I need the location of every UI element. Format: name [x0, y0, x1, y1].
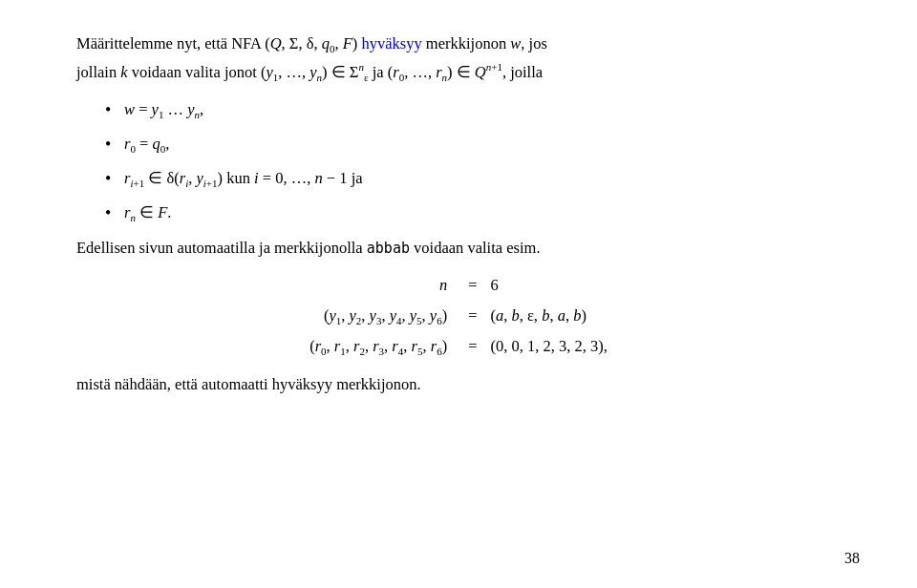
bullet-list: w = y1 … yn, r0 = q0, ri+1 ∈ δ(ri, yi+1)…: [105, 97, 841, 227]
y-eq-cell: =: [458, 301, 486, 331]
page-number: 38: [844, 550, 860, 567]
y-label-cell: (y1, y2, y3, y4, y5, y6): [309, 301, 458, 331]
r-row: (r0, r1, r2, r3, r4, r5, r6) = (0, 0, 1,…: [309, 331, 608, 362]
r-eq-cell: =: [458, 331, 486, 362]
bullet-1: w = y1 … yn,: [105, 97, 841, 124]
bullet-3: ri+1 ∈ δ(ri, yi+1) kun i = 0, …, n − 1 j…: [105, 166, 841, 193]
y-val-cell: (a, b, ε, b, a, b): [486, 301, 607, 331]
mista-text: mistä nähdään, että automaatti hyväksyy …: [76, 371, 841, 397]
r-label-cell: (r0, r1, r2, r3, r4, r5, r6): [309, 331, 458, 362]
r-val-cell: (0, 0, 1, 2, 3, 2, 3),: [486, 331, 607, 362]
n-eq-cell: =: [458, 270, 486, 300]
bullet-4: rn ∈ F.: [105, 200, 841, 227]
equation-table: n = 6 (y1, y2, y3, y4, y5, y6) = (a, b, …: [309, 270, 608, 362]
n-label-cell: n: [309, 270, 458, 300]
y-row: (y1, y2, y3, y4, y5, y6) = (a, b, ε, b, …: [309, 301, 608, 331]
n-row: n = 6: [309, 270, 608, 300]
edellisen-text: Edellisen sivun automaatilla ja merkkijo…: [76, 235, 841, 261]
intro-text: Määrittelemme nyt, että NFA (Q, Σ, δ, q0…: [76, 31, 841, 86]
main-content: Määrittelemme nyt, että NFA (Q, Σ, δ, q0…: [76, 31, 841, 397]
page: Määrittelemme nyt, että NFA (Q, Σ, δ, q0…: [0, 0, 917, 588]
n-val-cell: 6: [486, 270, 607, 300]
bullet-2: r0 = q0,: [105, 132, 841, 158]
